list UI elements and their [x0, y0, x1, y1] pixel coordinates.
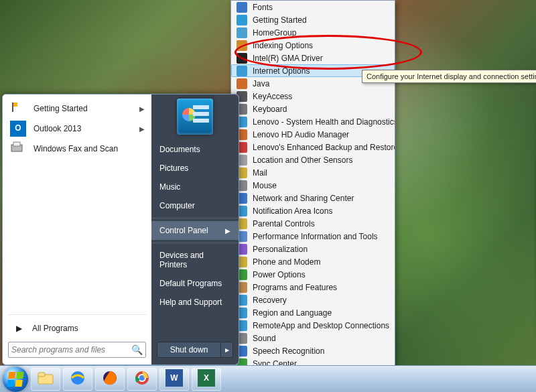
control-panel-submenu[interactable]: Fonts Getting Started HomeGroup Indexing…: [230, 0, 395, 392]
cp-item-label: Mail: [253, 168, 267, 178]
outlook-icon: O: [9, 120, 27, 137]
shutdown-button[interactable]: Shut down: [157, 342, 221, 358]
cp-item-label: Getting Started: [253, 15, 307, 25]
all-programs-label: All Programs: [32, 324, 78, 333]
ie-icon: [69, 369, 86, 389]
cp-item-label: Internet Options: [253, 66, 310, 76]
pinned-item-label: Outlook 2013: [34, 124, 81, 133]
taskbar-chrome-icon[interactable]: [127, 368, 157, 391]
cp-item-recovery[interactable]: Recovery: [231, 293, 395, 306]
right-item-default-programs[interactable]: Default Programs: [151, 274, 239, 293]
cp-item-keyboard[interactable]: Keyboard: [231, 103, 395, 115]
search-input[interactable]: [11, 345, 131, 354]
cp-item-personalization[interactable]: Personalization: [231, 243, 395, 255]
cp-item-network-and-sharing-center[interactable]: Network and Sharing Center: [231, 192, 395, 204]
cp-item-intel-r-gma-driver[interactable]: Intel(R) GMA Driver: [231, 52, 395, 64]
fonts-icon: [237, 2, 247, 13]
homegroup-icon: [237, 27, 247, 38]
start-menu-right-pane: DocumentsPicturesMusicComputerControl Pa…: [151, 94, 239, 365]
cp-item-notification-area-icons[interactable]: Notification Area Icons: [231, 204, 395, 217]
taskbar-firefox-icon[interactable]: [95, 368, 125, 391]
cp-item-remoteapp-and-desktop-connections[interactable]: RemoteApp and Desktop Connections: [231, 319, 395, 332]
cp-item-location-and-other-sensors[interactable]: Location and Other Sensors: [231, 153, 395, 166]
cp-item-label: Parental Controls: [253, 219, 315, 228]
start-menu: Getting Started ▶O Outlook 2013 ▶ Window…: [2, 94, 239, 365]
cp-item-phone-and-modem[interactable]: Phone and Modem: [231, 255, 395, 268]
taskbar-ie-icon[interactable]: [63, 368, 92, 391]
cp-item-speech-recognition[interactable]: Speech Recognition: [231, 344, 395, 357]
right-item-documents[interactable]: Documents: [151, 140, 239, 159]
all-programs-button[interactable]: ▶ All Programs: [4, 318, 150, 339]
cp-item-label: HomeGroup: [253, 28, 296, 38]
taskbar-explorer-icon[interactable]: [31, 368, 60, 391]
cp-item-lenovo-system-health-and-diagnostics[interactable]: Lenovo - System Health and Diagnostics: [231, 115, 395, 128]
chrome-icon: [133, 369, 151, 389]
cp-item-keyaccess[interactable]: KeyAccess: [231, 90, 395, 103]
right-item-label: Help and Support: [159, 298, 222, 307]
cp-item-label: Recovery: [253, 296, 287, 305]
cp-item-indexing-options[interactable]: Indexing Options: [231, 39, 395, 52]
right-item-label: Documents: [159, 145, 200, 154]
cp-item-lenovo-hd-audio-manager[interactable]: Lenovo HD Audio Manager: [231, 128, 395, 141]
pinned-item-label: Windows Fax and Scan: [34, 144, 118, 153]
right-item-devices-and-printers[interactable]: Devices and Printers: [151, 246, 239, 274]
right-item-label: Pictures: [159, 164, 188, 173]
cp-item-sound[interactable]: Sound: [231, 332, 395, 344]
cp-item-label: Mouse: [253, 181, 277, 190]
search-icon: 🔍: [131, 344, 143, 355]
excel-icon: X: [198, 369, 215, 389]
cp-item-power-options[interactable]: Power Options: [231, 268, 395, 281]
cp-item-label: KeyAccess: [253, 92, 292, 101]
cp-item-getting-started[interactable]: Getting Started: [231, 13, 395, 26]
cp-item-label: Speech Recognition: [253, 346, 324, 356]
start-orb[interactable]: [3, 367, 28, 392]
search-box[interactable]: 🔍: [8, 342, 146, 358]
cp-item-performance-information-and-tools[interactable]: Performance Information and Tools: [231, 230, 395, 243]
cp-item-parental-controls[interactable]: Parental Controls: [231, 217, 395, 230]
tooltip-internet-options: Configure your Internet display and conn…: [362, 70, 536, 83]
cp-item-mouse[interactable]: Mouse: [231, 179, 395, 192]
divider: [151, 243, 239, 243]
right-item-computer[interactable]: Computer: [151, 196, 239, 215]
svg-rect-7: [38, 373, 45, 377]
svg-text:W: W: [170, 373, 178, 383]
taskbar-excel-icon[interactable]: X: [192, 368, 221, 391]
shutdown-menu-arrow[interactable]: ▸: [221, 342, 233, 358]
cp-item-fonts[interactable]: Fonts: [231, 1, 395, 13]
search-wrap: 🔍: [4, 339, 150, 362]
pinned-list: Getting Started ▶O Outlook 2013 ▶ Window…: [4, 99, 150, 159]
right-item-help-and-support[interactable]: Help and Support: [151, 293, 239, 312]
divider: [151, 218, 239, 218]
taskbar: WX: [0, 365, 536, 392]
cp-item-label: Keyboard: [253, 105, 287, 114]
cp-item-lenovo-s-enhanced-backup-and-restore[interactable]: Lenovo's Enhanced Backup and Restore: [231, 141, 395, 153]
svg-rect-5: [13, 142, 20, 146]
pinned-item-windows-fax-and-scan[interactable]: Windows Fax and Scan: [4, 139, 150, 159]
chevron-right-icon: ▶: [225, 227, 230, 235]
cp-item-mail[interactable]: Mail: [231, 166, 395, 179]
user-picture-control-panel-icon[interactable]: [177, 99, 213, 135]
cp-item-homegroup[interactable]: HomeGroup: [231, 26, 395, 39]
cp-item-label: Lenovo's Enhanced Backup and Restore: [253, 143, 395, 152]
cp-item-label: Notification Area Icons: [253, 206, 332, 216]
indexing-icon: [237, 40, 247, 51]
cp-item-label: Lenovo HD Audio Manager: [253, 130, 349, 139]
chevron-right-icon: ▶: [139, 105, 145, 113]
pinned-item-label: Getting Started: [34, 104, 88, 113]
right-item-label: Devices and Printers: [159, 251, 230, 269]
cp-item-label: Personalization: [253, 245, 308, 254]
cp-item-label: Performance Information and Tools: [253, 232, 378, 241]
taskbar-word-icon[interactable]: W: [159, 368, 189, 391]
flag-icon: [237, 15, 247, 25]
java-icon: [237, 78, 247, 89]
pinned-item-getting-started[interactable]: Getting Started ▶: [4, 99, 150, 119]
cp-item-region-and-language[interactable]: Region and Language: [231, 306, 395, 319]
right-item-music[interactable]: Music: [151, 178, 239, 196]
cp-item-programs-and-features[interactable]: Programs and Features: [231, 281, 395, 293]
cp-item-label: Sound: [253, 334, 276, 343]
right-item-label: Computer: [159, 201, 195, 210]
svg-text:X: X: [204, 373, 209, 383]
right-item-pictures[interactable]: Pictures: [151, 159, 239, 178]
pinned-item-outlook-2013[interactable]: O Outlook 2013 ▶: [4, 119, 150, 139]
right-item-control-panel[interactable]: Control Panel▶: [151, 221, 239, 240]
